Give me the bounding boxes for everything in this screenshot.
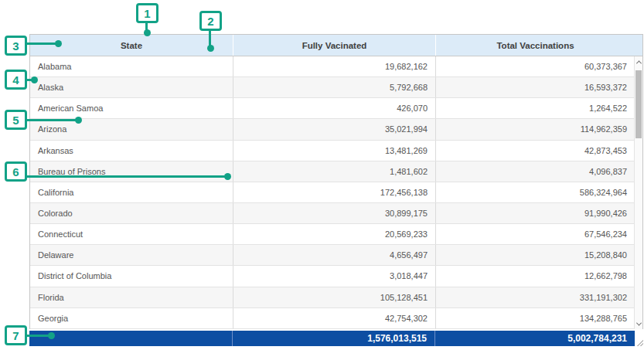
fully-vaccinated-cell: 42,754,302 (233, 308, 435, 328)
table-row[interactable]: Florida 105,128,451 331,191,302 (30, 287, 635, 308)
callout-6-dot (224, 173, 231, 180)
fully-vaccinated-cell: 30,899,175 (233, 203, 435, 223)
state-cell: American Samoa (30, 98, 233, 118)
totals-fully-vaccinated: 1,576,013,515 (232, 331, 434, 346)
table-row[interactable]: Connecticut 20,569,233 67,546,234 (30, 224, 635, 245)
scroll-down-button[interactable] (635, 318, 642, 329)
table-row[interactable]: American Samoa 426,070 1,264,522 (30, 98, 635, 119)
total-vaccinations-cell: 15,208,840 (435, 245, 635, 265)
state-cell: Connecticut (30, 224, 233, 244)
callout-3: 3 (5, 36, 27, 56)
table-row[interactable]: Arizona 35,021,994 114,962,359 (30, 119, 635, 140)
callout-6: 6 (5, 161, 27, 182)
callout-7: 7 (5, 325, 27, 345)
table-row[interactable]: District of Columbia 3,018,447 12,662,79… (30, 266, 635, 287)
vertical-scrollbar[interactable] (634, 56, 642, 329)
fully-vaccinated-cell: 3,018,447 (233, 266, 435, 286)
table-row[interactable]: California 172,456,138 586,324,964 (30, 182, 635, 203)
fully-vaccinated-cell: 4,656,497 (233, 245, 435, 265)
total-vaccinations-cell: 60,373,367 (435, 56, 635, 76)
resize-grip-icon[interactable] (635, 338, 643, 346)
callout-5-line (26, 119, 77, 121)
callout-7-line (26, 335, 50, 337)
column-header-fully-vaccinated[interactable]: Fully Vacinated (233, 35, 435, 56)
vaccination-table: State Fully Vacinated Total Vaccinations… (29, 34, 643, 329)
fully-vaccinated-cell: 19,682,162 (233, 56, 435, 76)
total-vaccinations-cell: 331,191,302 (435, 287, 635, 308)
totals-total-vaccinations: 5,002,784,231 (434, 331, 635, 346)
fully-vaccinated-cell: 20,569,233 (233, 224, 435, 244)
fully-vaccinated-cell: 1,481,602 (233, 161, 435, 182)
callout-6-line (26, 175, 226, 178)
callout-4-dot (31, 76, 38, 83)
table-row[interactable]: Georgia 42,754,302 134,288,765 (30, 308, 635, 329)
state-cell: Alaska (30, 77, 233, 97)
scrollbar-thumb[interactable] (635, 70, 642, 138)
callout-1: 1 (136, 3, 158, 23)
fully-vaccinated-cell: 35,021,994 (233, 119, 435, 139)
fully-vaccinated-cell: 426,070 (233, 98, 435, 118)
state-cell: Delaware (30, 245, 233, 265)
callout-4: 4 (5, 70, 27, 90)
state-cell: Arizona (30, 119, 233, 139)
state-cell: District of Columbia (30, 266, 233, 286)
callout-2: 2 (199, 11, 222, 31)
table-row[interactable]: Delaware 4,656,497 15,208,840 (30, 245, 635, 266)
total-vaccinations-cell: 114,962,359 (435, 119, 635, 139)
callout-3-dot (55, 40, 62, 47)
callout-2-dot (207, 45, 214, 52)
callout-2-line (209, 31, 211, 46)
table-row[interactable]: Alaska 5,792,668 16,593,372 (30, 77, 635, 98)
fully-vaccinated-cell: 105,128,451 (233, 287, 435, 308)
total-vaccinations-cell: 12,662,798 (435, 266, 635, 286)
total-vaccinations-cell: 134,288,765 (435, 308, 635, 328)
state-cell: Bureau of Prisons (30, 161, 233, 182)
fully-vaccinated-cell: 5,792,668 (233, 77, 435, 97)
state-cell: Colorado (30, 203, 233, 223)
callout-5: 5 (5, 110, 27, 130)
total-vaccinations-cell: 16,593,372 (435, 77, 635, 97)
state-cell: Florida (30, 287, 233, 308)
total-vaccinations-cell: 42,873,453 (435, 141, 635, 161)
totals-row: 1,576,013,515 5,002,784,231 (29, 331, 635, 346)
table-body: Alabama 19,682,162 60,373,367 Alaska 5,7… (30, 56, 635, 329)
screenshot-root: State Fully Vacinated Total Vaccinations… (0, 0, 644, 350)
total-vaccinations-cell: 67,546,234 (435, 224, 635, 244)
callout-5-dot (75, 117, 82, 124)
table-row[interactable]: Bureau of Prisons 1,481,602 4,096,837 (30, 161, 635, 182)
scroll-up-button[interactable] (635, 56, 642, 67)
state-cell: Alabama (30, 56, 233, 76)
table-row[interactable]: Arkansas 13,481,269 42,873,453 (30, 141, 635, 161)
callout-3-line (26, 42, 57, 45)
callout-7-dot (48, 332, 55, 339)
table-row[interactable]: Alabama 19,682,162 60,373,367 (30, 56, 635, 77)
table-header-row: State Fully Vacinated Total Vaccinations (30, 35, 642, 56)
state-cell: California (30, 182, 233, 202)
state-cell: Georgia (30, 308, 233, 328)
state-cell: Arkansas (30, 141, 233, 161)
fully-vaccinated-cell: 172,456,138 (233, 182, 435, 202)
total-vaccinations-cell: 91,990,426 (435, 203, 635, 223)
table-row[interactable]: Colorado 30,899,175 91,990,426 (30, 203, 635, 224)
total-vaccinations-cell: 586,324,964 (435, 182, 635, 202)
fully-vaccinated-cell: 13,481,269 (233, 141, 435, 161)
total-vaccinations-cell: 4,096,837 (435, 161, 635, 182)
chevron-down-icon (635, 320, 641, 325)
total-vaccinations-cell: 1,264,522 (435, 98, 635, 118)
callout-1-dot (144, 29, 151, 36)
totals-state-cell (29, 331, 232, 346)
column-header-total-vaccinations[interactable]: Total Vaccinations (435, 35, 635, 56)
chevron-up-icon (635, 60, 641, 66)
